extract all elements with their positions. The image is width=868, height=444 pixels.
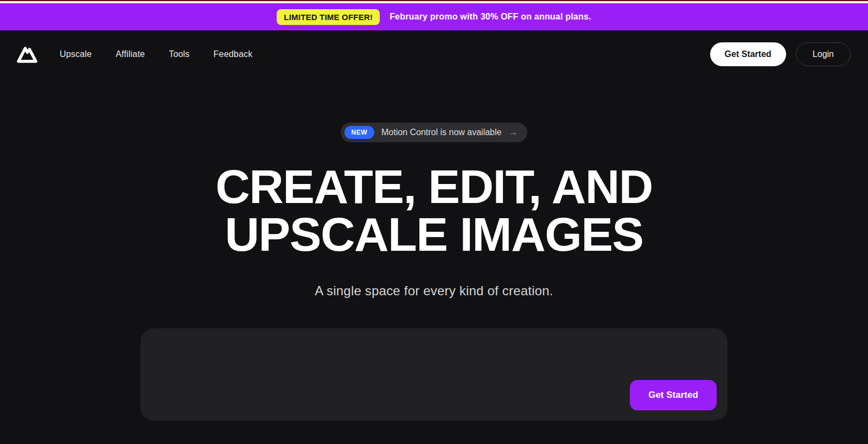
announcement-text: Motion Control is now available bbox=[381, 128, 501, 137]
hero-section: NEW Motion Control is now available → CR… bbox=[0, 78, 868, 421]
main-header: Upscale Affiliate Tools Feedback Get Sta… bbox=[0, 30, 868, 78]
nav-item-feedback[interactable]: Feedback bbox=[214, 49, 253, 59]
get-started-button-cta[interactable]: Get Started bbox=[630, 380, 717, 410]
get-started-button-header[interactable]: Get Started bbox=[710, 42, 786, 66]
login-button[interactable]: Login bbox=[796, 42, 851, 66]
primary-nav: Upscale Affiliate Tools Feedback bbox=[60, 49, 252, 59]
nav-item-tools[interactable]: Tools bbox=[169, 49, 189, 59]
promo-message: February promo with 30% OFF on annual pl… bbox=[390, 12, 591, 22]
header-actions: Get Started Login bbox=[710, 42, 851, 66]
promo-banner[interactable]: LIMITED TIME OFFER! February promo with … bbox=[0, 3, 868, 30]
page-title-line1: CREATE, EDIT, AND bbox=[215, 160, 653, 213]
upload-dropzone-card[interactable]: Get Started bbox=[141, 328, 727, 421]
page-title: CREATE, EDIT, AND UPSCALE IMAGES bbox=[215, 163, 653, 258]
arrow-right-icon: → bbox=[508, 127, 518, 138]
new-badge: NEW bbox=[344, 126, 375, 139]
announcement-pill[interactable]: NEW Motion Control is now available → bbox=[341, 123, 528, 142]
nav-item-affiliate[interactable]: Affiliate bbox=[116, 49, 145, 59]
nav-item-upscale[interactable]: Upscale bbox=[60, 49, 92, 59]
hero-subtitle: A single space for every kind of creatio… bbox=[315, 283, 553, 299]
mountain-logo-icon[interactable] bbox=[16, 45, 38, 64]
page-title-line2: UPSCALE IMAGES bbox=[225, 207, 643, 261]
limited-time-offer-badge: LIMITED TIME OFFER! bbox=[277, 9, 380, 25]
